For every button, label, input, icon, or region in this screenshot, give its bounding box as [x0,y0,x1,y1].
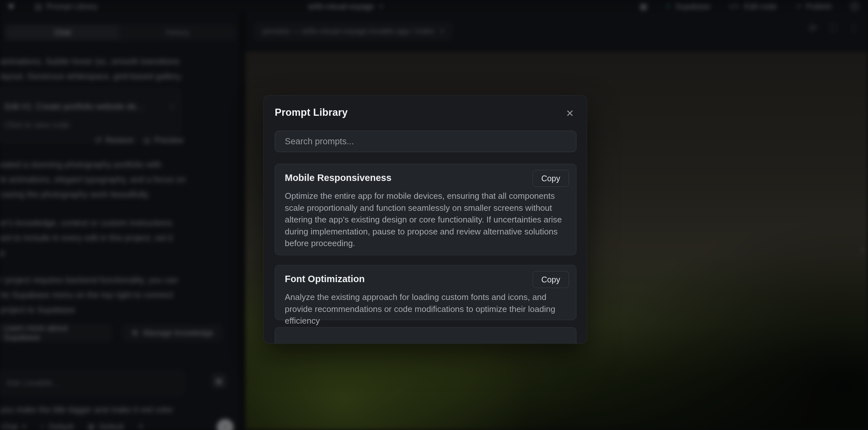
prompt-card-body: Analyze the existing approach for loadin… [285,291,566,327]
close-icon[interactable]: ✕ [563,106,577,120]
copy-button[interactable]: Copy [533,170,569,187]
prompt-library-modal: Prompt Library ✕ Mobile Responsiveness C… [264,95,587,344]
modal-title: Prompt Library [275,107,348,118]
app-window: ♥ ▤ Prompt Library artfo-visual-voyage ▾… [0,0,868,430]
copy-button[interactable]: Copy [533,271,569,288]
prompt-card-partial [275,327,577,344]
prompt-card-title: Mobile Responsiveness [285,173,392,183]
prompt-card: Font Optimization Copy Analyze the exist… [275,265,577,320]
search-input[interactable] [275,131,577,152]
prompt-card-title: Font Optimization [285,274,365,284]
prompt-card: Mobile Responsiveness Copy Optimize the … [275,164,577,255]
prompt-card-body: Optimize the entire app for mobile devic… [285,190,566,249]
